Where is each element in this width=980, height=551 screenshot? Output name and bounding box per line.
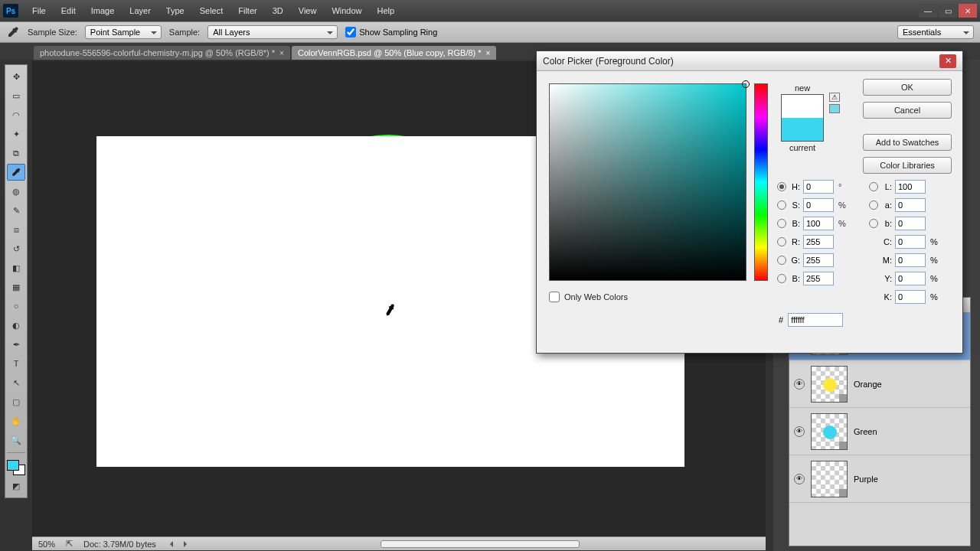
cancel-button[interactable]: Cancel — [863, 102, 952, 119]
arrow-left-icon[interactable] — [167, 541, 173, 547]
gradient-tool[interactable]: ▦ — [7, 279, 25, 295]
foreground-swatch[interactable] — [7, 460, 19, 471]
visibility-icon[interactable]: 👁 — [794, 474, 805, 484]
arrow-right-icon[interactable] — [184, 541, 190, 547]
menu-3d[interactable]: 3D — [266, 3, 289, 18]
layer-thumb[interactable] — [811, 461, 848, 497]
sampling-ring-checkbox[interactable]: Show Sampling Ring — [345, 27, 437, 37]
path-select-tool[interactable]: ↖ — [7, 374, 25, 391]
horizontal-scrollbar[interactable] — [201, 540, 760, 548]
minimize-button[interactable]: — — [919, 4, 937, 18]
heal-tool[interactable]: ◍ — [7, 183, 25, 200]
hex-input[interactable] — [788, 313, 843, 327]
a-input[interactable] — [895, 198, 926, 212]
dialog-close-button[interactable]: ✕ — [939, 54, 956, 68]
sample-size-select[interactable]: Point Sample — [85, 25, 162, 39]
ok-button[interactable]: OK — [863, 79, 952, 96]
export-icon[interactable]: ⇱ — [66, 539, 73, 549]
move-tool[interactable]: ✥ — [7, 68, 25, 85]
g-radio[interactable] — [777, 256, 786, 265]
layer-name[interactable]: Purple — [854, 474, 965, 484]
close-button[interactable]: ✕ — [959, 4, 977, 18]
lasso-tool[interactable]: ◠ — [7, 106, 25, 123]
app-logo-icon: Ps — [3, 4, 18, 18]
websafe-warn-icon[interactable] — [829, 104, 840, 113]
menu-filter[interactable]: Filter — [232, 3, 263, 18]
menu-image[interactable]: Image — [85, 3, 121, 18]
color-swatches[interactable] — [7, 460, 25, 475]
crop-tool[interactable]: ⧉ — [7, 145, 25, 161]
menu-view[interactable]: View — [292, 3, 323, 18]
close-icon[interactable]: × — [279, 49, 284, 57]
quickmask-tool[interactable]: ◩ — [7, 478, 25, 494]
lb-input[interactable] — [895, 217, 926, 230]
color-libraries-button[interactable]: Color Libraries — [863, 157, 952, 174]
hand-tool[interactable]: ✋ — [7, 412, 25, 429]
eyedropper-tool[interactable] — [7, 164, 25, 181]
blur-tool[interactable]: ○ — [7, 298, 25, 315]
stamp-tool[interactable]: ⧇ — [7, 221, 25, 238]
b2-radio[interactable] — [777, 274, 786, 283]
dodge-tool[interactable]: ◐ — [7, 317, 25, 334]
marquee-tool[interactable]: ▭ — [7, 87, 25, 104]
m-input[interactable] — [895, 253, 926, 267]
layer-thumb[interactable] — [811, 413, 848, 450]
pen-tool[interactable]: ✒ — [7, 336, 25, 353]
layer-thumb[interactable] — [811, 366, 848, 403]
layer-name[interactable]: Green — [854, 427, 965, 436]
saturation-brightness-field[interactable] — [549, 83, 746, 281]
menu-type[interactable]: Type — [160, 3, 191, 18]
c-input[interactable] — [895, 235, 926, 249]
close-icon[interactable]: × — [486, 49, 491, 57]
hue-slider[interactable] — [754, 83, 768, 281]
k-input[interactable] — [895, 290, 926, 304]
zoom-readout[interactable]: 50% — [38, 540, 55, 549]
h-radio[interactable] — [777, 182, 786, 191]
brush-tool[interactable]: ✎ — [7, 202, 25, 219]
dialog-titlebar[interactable]: Color Picker (Foreground Color) ✕ — [537, 51, 962, 71]
layer-row[interactable]: 👁 Purple — [789, 455, 970, 503]
r-radio[interactable] — [777, 237, 786, 246]
sample-select[interactable]: All Layers — [207, 25, 338, 39]
menu-layer[interactable]: Layer — [123, 3, 157, 18]
h-input[interactable] — [803, 180, 834, 194]
menu-help[interactable]: Help — [371, 3, 401, 18]
shape-tool[interactable]: ▢ — [7, 393, 25, 410]
wand-tool[interactable]: ✦ — [7, 126, 25, 142]
layer-name[interactable]: Orange — [854, 380, 965, 389]
text-tool[interactable]: T — [7, 355, 25, 372]
color-compare-swatch[interactable] — [781, 94, 824, 142]
doc-tab-1[interactable]: photodune-556596-colorful-chemistry-m.jp… — [34, 46, 290, 60]
br-input[interactable] — [803, 217, 834, 230]
only-web-colors-checkbox[interactable] — [549, 292, 560, 302]
maximize-button[interactable]: ▭ — [939, 4, 957, 18]
layer-row[interactable]: 👁 Green — [789, 408, 970, 455]
gamut-warn-icon[interactable]: ⚠ — [829, 93, 840, 102]
visibility-icon[interactable]: 👁 — [794, 379, 805, 390]
s-input[interactable] — [803, 198, 834, 212]
only-web-colors[interactable]: Only Web Colors — [549, 292, 628, 302]
menu-file[interactable]: File — [26, 3, 52, 18]
visibility-icon[interactable]: 👁 — [794, 426, 805, 437]
s-radio[interactable] — [777, 201, 786, 210]
eraser-tool[interactable]: ◧ — [7, 259, 25, 276]
history-brush-tool[interactable]: ↺ — [7, 240, 25, 257]
g-input[interactable] — [803, 253, 834, 267]
sampling-ring-input[interactable] — [345, 27, 356, 37]
doc-tab-2[interactable]: ColorVennRGB.psd @ 50% (Blue copy, RGB/8… — [292, 46, 496, 60]
add-swatch-button[interactable]: Add to Swatches — [863, 134, 952, 151]
menu-edit[interactable]: Edit — [55, 3, 82, 18]
zoom-tool[interactable]: 🔍 — [7, 432, 25, 448]
menu-select[interactable]: Select — [194, 3, 230, 18]
l-input[interactable] — [895, 180, 926, 194]
y-input[interactable] — [895, 272, 926, 285]
layer-row[interactable]: 👁 Orange — [789, 360, 970, 408]
b-radio[interactable] — [777, 219, 786, 228]
l-radio[interactable] — [869, 182, 878, 191]
menu-window[interactable]: Window — [325, 3, 368, 18]
workspace-select[interactable]: Essentials — [897, 25, 974, 39]
r-input[interactable] — [803, 235, 834, 249]
lb-radio[interactable] — [869, 219, 878, 228]
a-radio[interactable] — [869, 201, 878, 210]
b-input[interactable] — [803, 272, 834, 285]
